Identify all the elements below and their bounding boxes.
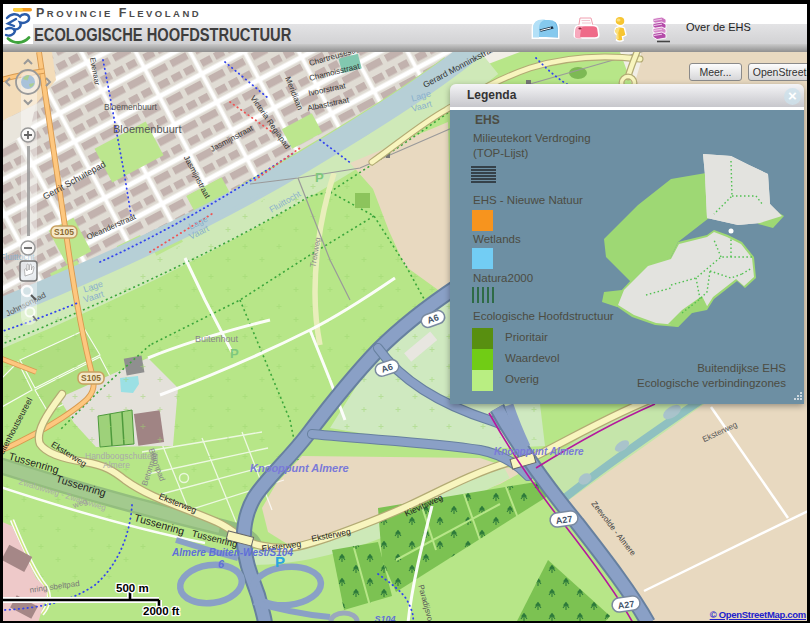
svg-text:P: P: [230, 346, 239, 361]
svg-text:Bloemenbuurt: Bloemenbuurt: [104, 102, 158, 112]
svg-text:6: 6: [218, 558, 225, 570]
svg-text:Buitenhout: Buitenhout: [195, 334, 239, 344]
svg-text:Knooppunt Almere: Knooppunt Almere: [250, 462, 349, 474]
svg-text:S105: S105: [81, 373, 101, 383]
svg-text:S105: S105: [54, 227, 74, 237]
svg-text:Almere: Almere: [103, 460, 130, 470]
svg-text:P: P: [275, 553, 285, 570]
svg-text:Knooppunt Almere: Knooppunt Almere: [494, 446, 584, 457]
svg-text:Bloemenbuurt: Bloemenbuurt: [113, 123, 182, 135]
svg-text:2000 ft: 2000 ft: [143, 605, 180, 617]
svg-text:500 m: 500 m: [116, 582, 149, 594]
svg-text:P: P: [315, 170, 324, 185]
